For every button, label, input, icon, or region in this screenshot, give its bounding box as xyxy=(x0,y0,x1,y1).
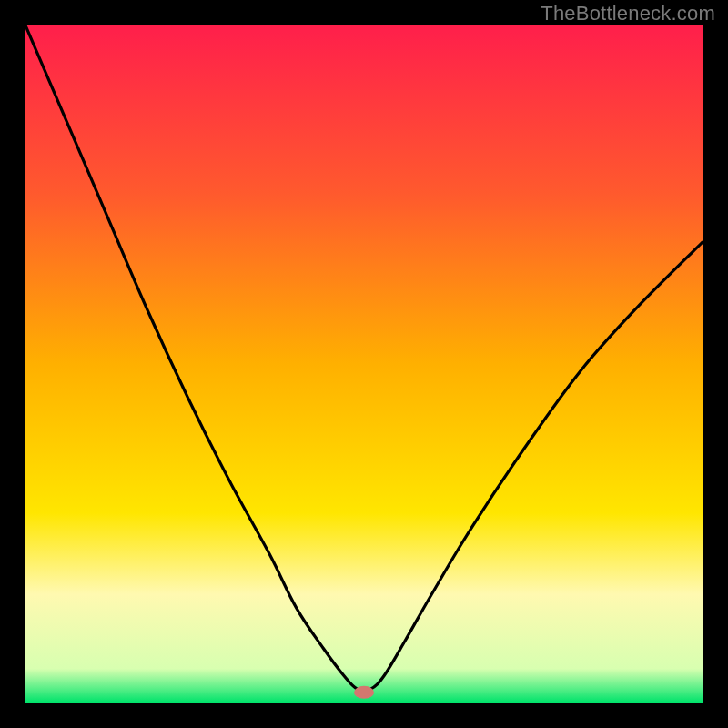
chart-frame: TheBottleneck.com xyxy=(0,0,728,728)
optimum-marker xyxy=(354,686,374,699)
gradient-background xyxy=(25,25,703,703)
plot-area xyxy=(25,25,703,703)
plot-svg xyxy=(25,25,703,703)
watermark-text: TheBottleneck.com xyxy=(541,2,715,25)
